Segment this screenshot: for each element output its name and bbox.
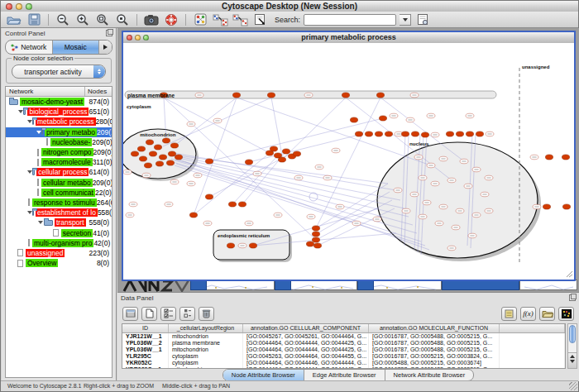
node-color-dropdown[interactable]: transporter activity <box>12 65 106 79</box>
tree-row-metabolic-process[interactable]: metabolic process280(0) <box>6 117 112 127</box>
tree-row-cellular-process[interactable]: cellular process614(0) <box>6 167 112 177</box>
tree-header-nodes[interactable]: Nodes <box>85 87 112 96</box>
tree-row-cell-communicat[interactable]: cell communicat22(0) <box>6 188 112 198</box>
delete-attribute-button[interactable] <box>199 307 214 321</box>
network-node[interactable] <box>312 226 319 231</box>
network-node[interactable] <box>146 140 153 145</box>
attribute-editor-button[interactable] <box>501 307 517 321</box>
network-node[interactable] <box>282 149 290 154</box>
import-attribute-file-button[interactable] <box>539 307 555 321</box>
network-node[interactable] <box>375 131 382 136</box>
table-row[interactable]: YPL036W__1mitochondrion[GO:0044464, GO:0… <box>122 347 565 353</box>
table-column-header[interactable]: annotation.GO CELLULAR_COMPONENT <box>243 324 369 332</box>
network-node[interactable] <box>131 151 138 156</box>
annotation-button[interactable] <box>251 12 268 26</box>
network-node[interactable] <box>365 131 372 136</box>
configure-search-button[interactable] <box>414 12 431 26</box>
tab-node-attribute-browser[interactable]: Node Attribute Browser <box>223 370 304 380</box>
network-node[interactable] <box>149 151 156 156</box>
take-snapshot-button[interactable] <box>143 12 160 26</box>
tab-network[interactable]: Network <box>6 41 53 54</box>
search-input[interactable] <box>304 14 396 26</box>
table-vertical-scrollbar[interactable] <box>567 323 577 369</box>
tab-network-attribute-browser[interactable]: Network Attribute Browser <box>385 370 474 380</box>
network-window-titlebar[interactable]: primary metabolic process <box>123 32 574 44</box>
table-column-header[interactable]: _cellularLayoutRegion <box>169 324 243 332</box>
import-network-button[interactable] <box>212 12 228 26</box>
network-node[interactable] <box>306 241 313 246</box>
network-node[interactable] <box>411 131 419 136</box>
resize-grip[interactable] <box>569 382 577 390</box>
show-all-columns-button[interactable] <box>122 307 138 321</box>
table-column-header[interactable]: ID <box>122 324 169 332</box>
matrix-view-button[interactable] <box>558 307 574 321</box>
scrollbar-buttons[interactable] <box>568 352 577 368</box>
network-node[interactable] <box>139 156 146 161</box>
table-row[interactable]: YPL036W__2plasma membrane[GO:0044464, GO… <box>122 340 565 347</box>
network-node[interactable] <box>168 151 175 156</box>
expand-arrow-icon[interactable] <box>36 221 44 224</box>
network-node[interactable] <box>545 155 553 160</box>
table-column-header[interactable]: annotation.GO MOLECULAR_FUNCTION <box>369 324 500 332</box>
tab-edge-attribute-browser[interactable]: Edge Attribute Browser <box>304 370 385 380</box>
minimize-network-window-button[interactable] <box>135 35 141 41</box>
new-attribute-button[interactable] <box>141 307 157 321</box>
zoom-selected-region-button[interactable] <box>114 12 131 26</box>
network-node[interactable] <box>543 204 550 209</box>
network-node[interactable] <box>137 146 145 151</box>
network-node[interactable] <box>166 160 174 165</box>
network-node[interactable] <box>205 194 213 199</box>
tree-row-unassigned[interactable]: unassigned223(0) <box>6 248 112 258</box>
network-node[interactable] <box>401 131 409 136</box>
network-node[interactable] <box>562 155 569 160</box>
network-node[interactable] <box>312 237 319 242</box>
network-canvas[interactable]: plasma membranecytoplasmmitochondrionnuc… <box>123 43 574 280</box>
canvas-resize-grip[interactable] <box>567 271 572 277</box>
network-node[interactable] <box>562 204 570 209</box>
save-session-button[interactable] <box>26 12 42 26</box>
search-dropdown-button[interactable] <box>400 14 411 26</box>
tree-row-multi-organism-pro[interactable]: multi-organism pro42(0) <box>6 238 112 248</box>
zoom-out-button[interactable] <box>55 12 71 26</box>
network-node[interactable] <box>466 131 473 136</box>
network-node[interactable] <box>293 151 300 156</box>
network-node[interactable] <box>267 93 275 98</box>
network-node[interactable] <box>313 243 321 248</box>
tree-row-transport[interactable]: transport558(0) <box>6 218 112 227</box>
tree-row-nucleobase-[interactable]: nucleobase-209(0) <box>6 137 112 147</box>
network-node[interactable] <box>245 160 252 165</box>
table-column-header[interactable] <box>500 324 565 332</box>
tab-overflow-button[interactable] <box>99 41 112 54</box>
tree-row-nitrogen-compo[interactable]: nitrogen compo209(0) <box>6 147 112 157</box>
vizmapper-button[interactable] <box>192 12 208 26</box>
zoom-fit-button[interactable] <box>94 12 111 26</box>
tree-row-response-to-stimulu[interactable]: response to stimulu264(0) <box>6 198 112 208</box>
tree-row-mosaic-demo-yeast[interactable]: mosaic-demo-yeast874(0) <box>6 97 112 107</box>
network-node[interactable] <box>162 138 170 143</box>
close-network-window-button[interactable] <box>127 35 132 41</box>
network-node[interactable] <box>376 93 384 98</box>
tree-row-primary-metabo[interactable]: primary metabo209(... <box>6 127 112 137</box>
network-node[interactable] <box>159 155 166 160</box>
zoom-network-window-button[interactable] <box>143 35 149 41</box>
network-node[interactable] <box>278 157 285 162</box>
tree-row-establishment-of-lo[interactable]: establishment of lo558(0) <box>6 208 112 218</box>
tree-row-cellular-metabo[interactable]: cellular metabo209(0) <box>6 178 112 188</box>
tab-mosaic[interactable]: Mosaic <box>53 41 100 54</box>
help-button[interactable] <box>163 12 179 26</box>
network-node[interactable] <box>456 131 463 136</box>
network-node[interactable] <box>385 131 392 136</box>
tree-row-biological-process[interactable]: biological_process651(0) <box>6 107 112 117</box>
network-node[interactable] <box>156 161 163 166</box>
table-row[interactable]: YLR295Ccytoplasm[GO:0045263, GO:0044464,… <box>122 353 565 360</box>
network-node[interactable] <box>270 146 277 151</box>
unselect-columns-button[interactable] <box>179 307 195 321</box>
minimize-window-button[interactable] <box>16 3 22 10</box>
table-row[interactable]: YKR052Ccytoplasm[GO:0044464, GO:0044446,… <box>122 360 565 366</box>
import-attributes-button[interactable] <box>232 12 248 26</box>
network-node[interactable] <box>154 145 161 150</box>
network-node[interactable] <box>379 116 386 121</box>
select-attributes-button[interactable] <box>160 307 176 321</box>
network-node[interactable] <box>189 213 197 218</box>
network-node[interactable] <box>238 202 246 207</box>
